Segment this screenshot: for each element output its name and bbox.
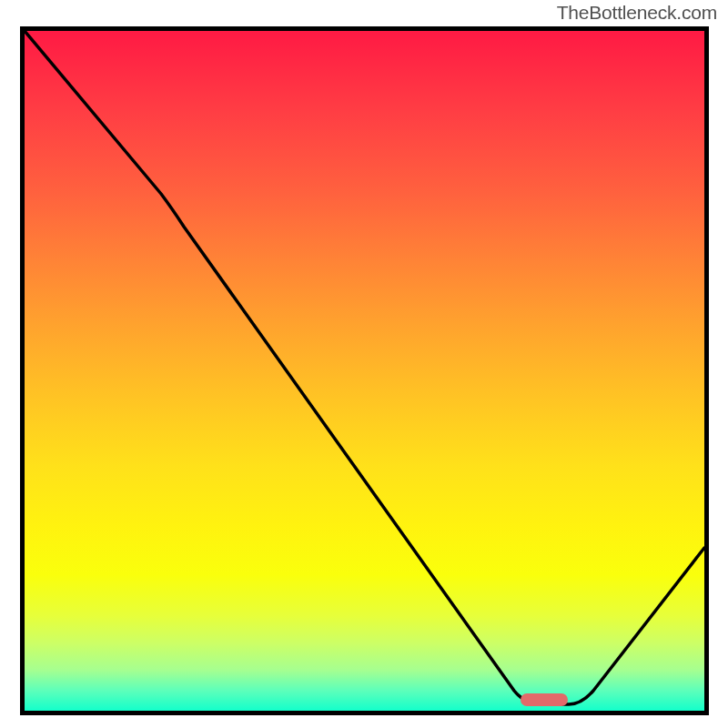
curve-plot [25, 31, 704, 711]
curve-path [25, 31, 704, 704]
watermark-text: TheBottleneck.com [557, 2, 717, 24]
highlight-marker [521, 693, 568, 706]
chart-frame [20, 26, 709, 715]
